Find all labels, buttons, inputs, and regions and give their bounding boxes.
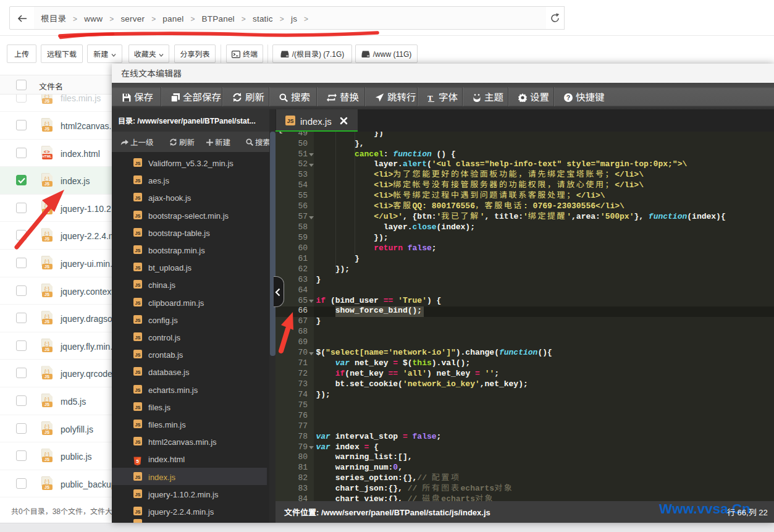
svg-text:?: ?: [566, 94, 570, 101]
svg-text:5: 5: [136, 458, 139, 464]
svg-text:T: T: [427, 94, 433, 102]
